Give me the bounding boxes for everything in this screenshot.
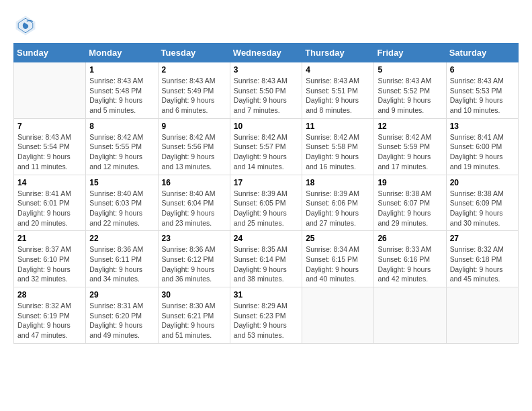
day-number: 25 [306, 234, 370, 243]
day-number: 6 [450, 65, 515, 75]
day-info: Sunrise: 8:30 AM Sunset: 6:21 PM Dayligh… [162, 301, 226, 340]
calendar-week-row: 21Sunrise: 8:37 AM Sunset: 6:10 PM Dayli… [14, 231, 519, 287]
day-info: Sunrise: 8:40 AM Sunset: 6:03 PM Dayligh… [89, 189, 154, 228]
day-info: Sunrise: 8:43 AM Sunset: 5:54 PM Dayligh… [17, 132, 82, 172]
day-number: 19 [378, 178, 442, 187]
calendar-cell: 8Sunrise: 8:42 AM Sunset: 5:55 PM Daylig… [86, 118, 158, 175]
day-info: Sunrise: 8:42 AM Sunset: 5:58 PM Dayligh… [306, 132, 370, 172]
day-number: 17 [234, 178, 298, 187]
day-info: Sunrise: 8:31 AM Sunset: 6:20 PM Dayligh… [89, 301, 154, 340]
calendar-cell: 11Sunrise: 8:42 AM Sunset: 5:58 PM Dayli… [302, 118, 374, 175]
calendar-cell: 2Sunrise: 8:43 AM Sunset: 5:49 PM Daylig… [158, 62, 230, 119]
day-info: Sunrise: 8:40 AM Sunset: 6:04 PM Dayligh… [162, 189, 226, 228]
calendar-cell: 9Sunrise: 8:42 AM Sunset: 5:56 PM Daylig… [158, 118, 230, 175]
calendar-cell: 26Sunrise: 8:33 AM Sunset: 6:16 PM Dayli… [374, 231, 446, 287]
column-header-wednesday: Wednesday [230, 44, 302, 62]
day-info: Sunrise: 8:32 AM Sunset: 6:18 PM Dayligh… [450, 244, 515, 284]
calendar-cell: 15Sunrise: 8:40 AM Sunset: 6:03 PM Dayli… [86, 175, 158, 231]
day-info: Sunrise: 8:37 AM Sunset: 6:10 PM Dayligh… [17, 244, 82, 284]
calendar-header-row: SundayMondayTuesdayWednesdayThursdayFrid… [14, 44, 519, 62]
calendar-cell: 14Sunrise: 8:41 AM Sunset: 6:01 PM Dayli… [14, 175, 86, 231]
day-number: 15 [89, 178, 154, 187]
day-number: 16 [162, 178, 226, 187]
day-number: 26 [378, 234, 442, 243]
column-header-tuesday: Tuesday [158, 44, 230, 62]
calendar-cell: 29Sunrise: 8:31 AM Sunset: 6:20 PM Dayli… [86, 287, 158, 344]
day-number: 7 [17, 122, 82, 131]
calendar-cell: 1Sunrise: 8:43 AM Sunset: 5:48 PM Daylig… [86, 62, 158, 119]
day-info: Sunrise: 8:36 AM Sunset: 6:11 PM Dayligh… [89, 244, 154, 284]
day-number: 28 [17, 290, 82, 300]
calendar-cell: 27Sunrise: 8:32 AM Sunset: 6:18 PM Dayli… [446, 231, 518, 287]
calendar-cell [302, 287, 374, 344]
calendar-cell: 10Sunrise: 8:42 AM Sunset: 5:57 PM Dayli… [230, 118, 302, 175]
calendar-cell: 17Sunrise: 8:39 AM Sunset: 6:05 PM Dayli… [230, 175, 302, 231]
calendar-cell: 19Sunrise: 8:38 AM Sunset: 6:07 PM Dayli… [374, 175, 446, 231]
logo-icon [13, 13, 38, 38]
calendar-week-row: 28Sunrise: 8:32 AM Sunset: 6:19 PM Dayli… [14, 287, 519, 344]
day-number: 23 [162, 234, 226, 243]
day-info: Sunrise: 8:29 AM Sunset: 6:23 PM Dayligh… [234, 301, 298, 340]
day-info: Sunrise: 8:43 AM Sunset: 5:48 PM Dayligh… [89, 76, 154, 116]
column-header-thursday: Thursday [302, 44, 374, 62]
column-header-friday: Friday [374, 44, 446, 62]
calendar-cell: 22Sunrise: 8:36 AM Sunset: 6:11 PM Dayli… [86, 231, 158, 287]
day-number: 4 [306, 65, 370, 75]
day-number: 24 [234, 234, 298, 243]
day-number: 30 [162, 290, 226, 300]
calendar-cell: 23Sunrise: 8:36 AM Sunset: 6:12 PM Dayli… [158, 231, 230, 287]
calendar-cell: 18Sunrise: 8:39 AM Sunset: 6:06 PM Dayli… [302, 175, 374, 231]
day-info: Sunrise: 8:43 AM Sunset: 5:49 PM Dayligh… [162, 76, 226, 116]
calendar-cell: 20Sunrise: 8:38 AM Sunset: 6:09 PM Dayli… [446, 175, 518, 231]
day-number: 22 [89, 234, 154, 243]
column-header-saturday: Saturday [446, 44, 518, 62]
calendar-cell [14, 62, 86, 119]
day-number: 3 [234, 65, 298, 75]
calendar-week-row: 14Sunrise: 8:41 AM Sunset: 6:01 PM Dayli… [14, 175, 519, 231]
day-number: 29 [89, 290, 154, 300]
calendar-cell: 7Sunrise: 8:43 AM Sunset: 5:54 PM Daylig… [14, 118, 86, 175]
day-number: 8 [89, 122, 154, 131]
day-number: 13 [450, 122, 515, 131]
day-info: Sunrise: 8:34 AM Sunset: 6:15 PM Dayligh… [306, 244, 370, 284]
calendar-cell: 21Sunrise: 8:37 AM Sunset: 6:10 PM Dayli… [14, 231, 86, 287]
calendar-cell: 6Sunrise: 8:43 AM Sunset: 5:53 PM Daylig… [446, 62, 518, 119]
day-info: Sunrise: 8:43 AM Sunset: 5:50 PM Dayligh… [234, 76, 298, 116]
day-number: 31 [234, 290, 298, 300]
calendar-table: SundayMondayTuesdayWednesdayThursdayFrid… [13, 43, 519, 344]
day-number: 5 [378, 65, 442, 75]
day-number: 14 [17, 178, 82, 187]
day-info: Sunrise: 8:38 AM Sunset: 6:09 PM Dayligh… [450, 189, 515, 228]
day-info: Sunrise: 8:42 AM Sunset: 5:56 PM Dayligh… [162, 132, 226, 172]
calendar-cell: 28Sunrise: 8:32 AM Sunset: 6:19 PM Dayli… [14, 287, 86, 344]
calendar-cell [374, 287, 446, 344]
calendar-cell: 30Sunrise: 8:30 AM Sunset: 6:21 PM Dayli… [158, 287, 230, 344]
calendar-cell: 31Sunrise: 8:29 AM Sunset: 6:23 PM Dayli… [230, 287, 302, 344]
day-info: Sunrise: 8:42 AM Sunset: 5:57 PM Dayligh… [234, 132, 298, 172]
day-info: Sunrise: 8:39 AM Sunset: 6:05 PM Dayligh… [234, 189, 298, 228]
day-info: Sunrise: 8:41 AM Sunset: 6:00 PM Dayligh… [450, 132, 515, 172]
day-number: 2 [162, 65, 226, 75]
day-info: Sunrise: 8:43 AM Sunset: 5:52 PM Dayligh… [378, 76, 442, 116]
column-header-monday: Monday [86, 44, 158, 62]
calendar-week-row: 7Sunrise: 8:43 AM Sunset: 5:54 PM Daylig… [14, 118, 519, 175]
day-number: 12 [378, 122, 442, 131]
day-number: 9 [162, 122, 226, 131]
day-number: 11 [306, 122, 370, 131]
day-info: Sunrise: 8:41 AM Sunset: 6:01 PM Dayligh… [17, 189, 82, 228]
calendar-cell: 12Sunrise: 8:42 AM Sunset: 5:59 PM Dayli… [374, 118, 446, 175]
calendar-cell [446, 287, 518, 344]
day-info: Sunrise: 8:42 AM Sunset: 5:55 PM Dayligh… [89, 132, 154, 172]
page-header [13, 13, 519, 38]
day-number: 18 [306, 178, 370, 187]
day-number: 20 [450, 178, 515, 187]
calendar-cell: 25Sunrise: 8:34 AM Sunset: 6:15 PM Dayli… [302, 231, 374, 287]
day-info: Sunrise: 8:38 AM Sunset: 6:07 PM Dayligh… [378, 189, 442, 228]
day-info: Sunrise: 8:36 AM Sunset: 6:12 PM Dayligh… [162, 244, 226, 284]
day-info: Sunrise: 8:39 AM Sunset: 6:06 PM Dayligh… [306, 189, 370, 228]
day-number: 10 [234, 122, 298, 131]
calendar-cell: 24Sunrise: 8:35 AM Sunset: 6:14 PM Dayli… [230, 231, 302, 287]
calendar-week-row: 1Sunrise: 8:43 AM Sunset: 5:48 PM Daylig… [14, 62, 519, 119]
day-info: Sunrise: 8:35 AM Sunset: 6:14 PM Dayligh… [234, 244, 298, 284]
day-info: Sunrise: 8:33 AM Sunset: 6:16 PM Dayligh… [378, 244, 442, 284]
